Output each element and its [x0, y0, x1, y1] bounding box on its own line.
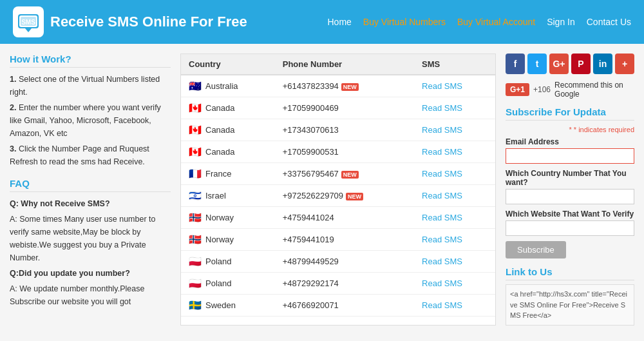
country-flag: 🇫🇷 [189, 168, 202, 180]
country-flag: 🇳🇴 [189, 211, 202, 224]
sms-cell[interactable]: Read SMS [414, 251, 495, 273]
phone-cell: +48729292174 [275, 273, 414, 295]
table-row: 🇨🇦 Canada +17343070613 Read SMS [181, 119, 495, 141]
country-flag: 🇸🇪 [189, 299, 202, 311]
read-sms-link[interactable]: Read SMS [422, 125, 462, 135]
read-sms-link[interactable]: Read SMS [422, 81, 462, 91]
nav-buy-virtual-numbers[interactable]: Buy Virtual Numbers [363, 17, 446, 27]
left-column: How it Work? 1. Select one of the Virtua… [10, 54, 180, 326]
phone-cell: +17059900469 [275, 97, 414, 119]
link-box: <a href="http://hs3x.com" title="Receive… [506, 284, 634, 326]
faq-section: FAQ Q: Why not Receive SMS? A: Some time… [10, 178, 171, 308]
sms-cell[interactable]: Read SMS [414, 141, 495, 163]
nav-home[interactable]: Home [328, 17, 352, 27]
nav-buy-virtual-account[interactable]: Buy Virtual Account [457, 17, 535, 27]
sms-cell[interactable]: Read SMS [414, 207, 495, 229]
sms-cell[interactable]: Read SMS [414, 229, 495, 251]
phone-number: +61437823394 [283, 81, 339, 91]
subscribe-button[interactable]: Subscribe [506, 241, 566, 258]
country-cell: 🇫🇷 France [181, 163, 275, 185]
sms-cell[interactable]: Read SMS [414, 97, 495, 119]
col-phone: Phone Number [275, 54, 414, 75]
country-flag: 🇵🇱 [189, 255, 202, 268]
header: SMS Receive SMS Online For Free Home Buy… [0, 0, 644, 44]
email-label: Email Address [506, 137, 634, 146]
phone-number: +4759441019 [283, 235, 334, 244]
sms-cell[interactable]: Read SMS [414, 75, 495, 97]
read-sms-link[interactable]: Read SMS [422, 278, 462, 288]
sms-cell[interactable]: Read SMS [414, 163, 495, 185]
country-name: Israel [205, 191, 226, 200]
phone-cell: +33756795467NEW [275, 163, 414, 185]
sms-cell[interactable]: Read SMS [414, 295, 495, 317]
table-row: 🇳🇴 Norway +4759441019 Read SMS [181, 229, 495, 251]
twitter-button[interactable]: t [527, 54, 547, 74]
google-recommend-row: G+1 +106 Recommend this on Google [506, 81, 634, 99]
website-input[interactable] [506, 220, 634, 236]
read-sms-link[interactable]: Read SMS [422, 300, 462, 310]
site-title: Receive SMS Online For Free [50, 14, 247, 30]
table-row: 🇳🇴 Norway +4759441024 Read SMS [181, 207, 495, 229]
col-country: Country [181, 54, 275, 75]
faq-q2: Q:Did you update you number? [10, 267, 171, 280]
read-sms-link[interactable]: Read SMS [422, 169, 462, 179]
step-1: 1. Select one of the Virtual Numbers lis… [10, 73, 171, 99]
facebook-button[interactable]: f [506, 54, 525, 74]
link-to-us-title: Link to Us [506, 266, 634, 280]
faq-a1: A: Some times Many user use number to ve… [10, 213, 171, 264]
table-row: 🇫🇷 France +33756795467NEW Read SMS [181, 163, 495, 185]
read-sms-link[interactable]: Read SMS [422, 257, 462, 266]
country-input[interactable] [506, 189, 634, 204]
phone-cell: +61437823394NEW [275, 75, 414, 97]
sms-cell[interactable]: Read SMS [414, 185, 495, 207]
nav-contact-us[interactable]: Contact Us [587, 17, 631, 27]
new-badge: NEW [341, 83, 359, 91]
read-sms-link[interactable]: Read SMS [422, 235, 462, 244]
country-name: Canada [205, 147, 235, 157]
email-input[interactable] [506, 148, 634, 164]
country-flag: 🇦🇺 [189, 80, 202, 92]
country-cell: 🇳🇴 Norway [181, 229, 275, 251]
faq-a2: A: We update number monthly.Please Subsc… [10, 282, 171, 308]
phone-cell: +4759441024 [275, 207, 414, 229]
gplus-btn[interactable]: G+1 [506, 83, 529, 96]
read-sms-link[interactable]: Read SMS [422, 103, 462, 113]
read-sms-link[interactable]: Read SMS [422, 147, 462, 157]
country-name: Canada [205, 125, 235, 135]
read-sms-link[interactable]: Read SMS [422, 213, 462, 222]
country-cell: 🇦🇺 Australia [181, 75, 275, 97]
country-cell: 🇨🇦 Canada [181, 141, 275, 163]
pinterest-button[interactable]: P [571, 54, 591, 74]
center-column: Country Phone Number SMS 🇦🇺 Australia +6… [180, 54, 496, 326]
svg-text:SMS: SMS [21, 19, 35, 26]
more-social-button[interactable]: + [615, 54, 634, 74]
phone-number: +46766920071 [283, 300, 339, 310]
country-cell: 🇸🇪 Sweden [181, 295, 275, 317]
country-flag: 🇨🇦 [189, 124, 202, 136]
country-flag: 🇳🇴 [189, 233, 202, 246]
country-name: Australia [205, 81, 238, 91]
phone-number: +17059900531 [283, 147, 339, 157]
phone-number: +972526229709 [283, 191, 343, 200]
country-name: Canada [205, 103, 235, 113]
subscribe-title: Subscribe For Updata [506, 106, 634, 121]
phone-number: +33756795467 [283, 169, 339, 179]
linkedin-button[interactable]: in [593, 54, 612, 74]
read-sms-link[interactable]: Read SMS [422, 191, 462, 200]
sms-cell[interactable]: Read SMS [414, 119, 495, 141]
phone-cell: +4759441019 [275, 229, 414, 251]
sms-cell[interactable]: Read SMS [414, 273, 495, 295]
table-header-row: Country Phone Number SMS [181, 54, 495, 75]
phone-cell: +48799449529 [275, 251, 414, 273]
numbers-table: Country Phone Number SMS 🇦🇺 Australia +6… [181, 54, 495, 317]
phone-number: +4759441024 [283, 213, 334, 222]
nav-sign-in[interactable]: Sign In [547, 17, 575, 27]
country-name: Poland [205, 257, 231, 266]
phone-number: +48729292174 [283, 278, 339, 288]
table-row: 🇨🇦 Canada +17059900531 Read SMS [181, 141, 495, 163]
country-cell: 🇳🇴 Norway [181, 207, 275, 229]
table-row: 🇵🇱 Poland +48799449529 Read SMS [181, 251, 495, 273]
faq-q1: Q: Why not Receive SMS? [10, 197, 171, 210]
googleplus-button[interactable]: G+ [549, 54, 569, 74]
country-name: Norway [205, 213, 234, 222]
